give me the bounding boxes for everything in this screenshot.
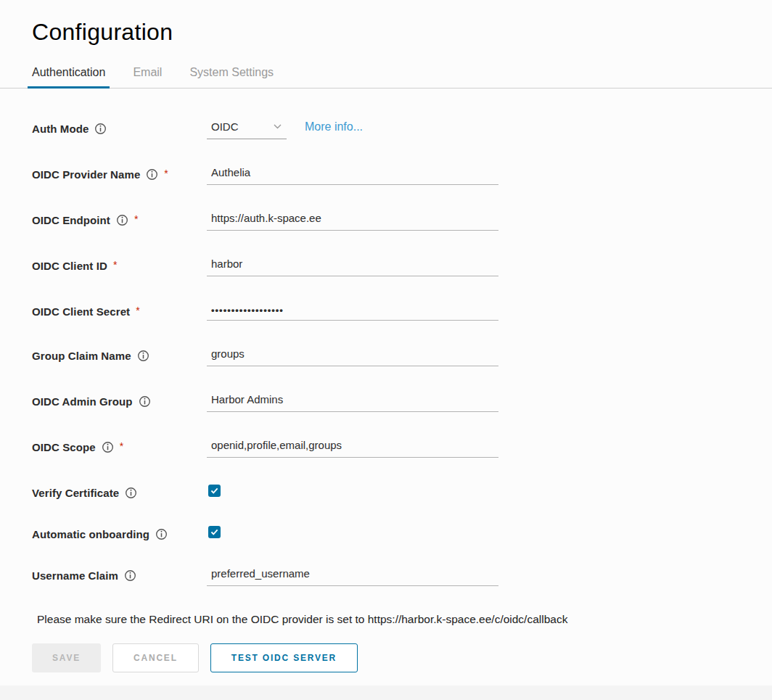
required-asterisk: * [134, 213, 139, 225]
form-row-oidc-admin-group: OIDC Admin Group [32, 393, 740, 412]
info-icon[interactable] [146, 168, 158, 181]
form-row-auth-mode: Auth Mode OIDC More info... [32, 120, 740, 139]
oidc-endpoint-input[interactable] [207, 212, 498, 231]
field-label-text: Username Claim [32, 569, 118, 582]
verify-certificate-label: Verify Certificate [32, 485, 207, 499]
group-claim-name-label: Group Claim Name [32, 347, 207, 362]
verify-certificate-checkbox[interactable] [208, 485, 221, 497]
page-title: Configuration [32, 19, 740, 46]
form-row-oidc-client-id: OIDC Client ID * [32, 258, 740, 276]
more-info-link[interactable]: More info... [305, 120, 363, 133]
info-icon[interactable] [102, 441, 114, 453]
required-asterisk: * [120, 440, 124, 452]
auth-mode-select[interactable]: OIDC [207, 120, 287, 139]
oidc-admin-group-input[interactable] [207, 393, 498, 412]
field-label-text: Group Claim Name [32, 350, 131, 362]
field-label-text: OIDC Client Secret [32, 305, 130, 318]
required-asterisk: * [113, 259, 118, 271]
chevron-down-icon [273, 123, 282, 130]
oidc-endpoint-label: OIDC Endpoint * [32, 212, 207, 226]
field-label-text: Auth Mode [32, 123, 89, 135]
group-claim-name-input[interactable] [207, 347, 498, 366]
required-asterisk: * [136, 305, 140, 316]
auth-mode-selected-value: OIDC [211, 120, 239, 133]
info-icon[interactable] [137, 350, 149, 362]
field-label-text: Verify Certificate [32, 487, 119, 499]
oidc-client-id-label: OIDC Client ID * [32, 258, 207, 272]
info-icon[interactable] [124, 569, 136, 582]
oidc-provider-name-input[interactable] [207, 166, 498, 185]
oidc-client-secret-input[interactable] [207, 303, 498, 321]
tab-system-settings[interactable]: System Settings [185, 62, 278, 88]
form-row-oidc-scope: OIDC Scope * [32, 439, 740, 458]
info-icon[interactable] [139, 395, 151, 408]
info-icon[interactable] [116, 214, 128, 226]
form-actions: SAVE CANCEL TEST OIDC SERVER [32, 643, 740, 672]
oidc-scope-label: OIDC Scope * [32, 439, 207, 453]
tab-bar: Authentication Email System Settings [28, 62, 740, 88]
authentication-form: Auth Mode OIDC More info... OIDC Provide… [32, 120, 740, 586]
field-label-text: OIDC Scope [32, 441, 96, 453]
oidc-scope-input[interactable] [207, 439, 498, 458]
username-claim-label: Username Claim [32, 567, 207, 582]
form-row-verify-certificate: Verify Certificate [32, 485, 740, 499]
field-label-text: OIDC Admin Group [32, 395, 133, 408]
save-button[interactable]: SAVE [32, 643, 101, 672]
form-row-oidc-endpoint: OIDC Endpoint * [32, 212, 740, 231]
form-row-oidc-provider-name: OIDC Provider Name * [32, 166, 740, 185]
redirect-uri-note: Please make sure the Redirect URI on the… [37, 613, 740, 626]
username-claim-input[interactable] [207, 567, 498, 586]
oidc-provider-name-label: OIDC Provider Name * [32, 166, 207, 181]
field-label-text: Automatic onboarding [32, 528, 149, 540]
info-icon[interactable] [94, 123, 107, 135]
form-row-automatic-onboarding: Automatic onboarding [32, 526, 740, 540]
form-row-group-claim-name: Group Claim Name [32, 347, 740, 366]
field-label-text: OIDC Provider Name [32, 168, 140, 181]
cancel-button[interactable]: CANCEL [112, 643, 199, 672]
info-icon[interactable] [155, 528, 168, 540]
info-icon[interactable] [125, 487, 137, 499]
configuration-page: Configuration Authentication Email Syste… [0, 0, 772, 685]
auth-mode-label: Auth Mode [32, 120, 207, 135]
form-row-oidc-client-secret: OIDC Client Secret * [32, 303, 740, 321]
test-oidc-server-button[interactable]: TEST OIDC SERVER [210, 643, 358, 672]
form-row-username-claim: Username Claim [32, 567, 740, 586]
tab-authentication[interactable]: Authentication [28, 62, 110, 88]
oidc-admin-group-label: OIDC Admin Group [32, 393, 207, 408]
required-asterisk: * [164, 168, 168, 179]
oidc-client-id-input[interactable] [207, 258, 498, 276]
field-label-text: OIDC Endpoint [32, 214, 110, 226]
automatic-onboarding-checkbox[interactable] [208, 526, 221, 538]
oidc-client-secret-label: OIDC Client Secret * [32, 303, 207, 318]
automatic-onboarding-label: Automatic onboarding [32, 526, 207, 540]
field-label-text: OIDC Client ID [32, 260, 107, 272]
tab-email[interactable]: Email [128, 62, 166, 88]
